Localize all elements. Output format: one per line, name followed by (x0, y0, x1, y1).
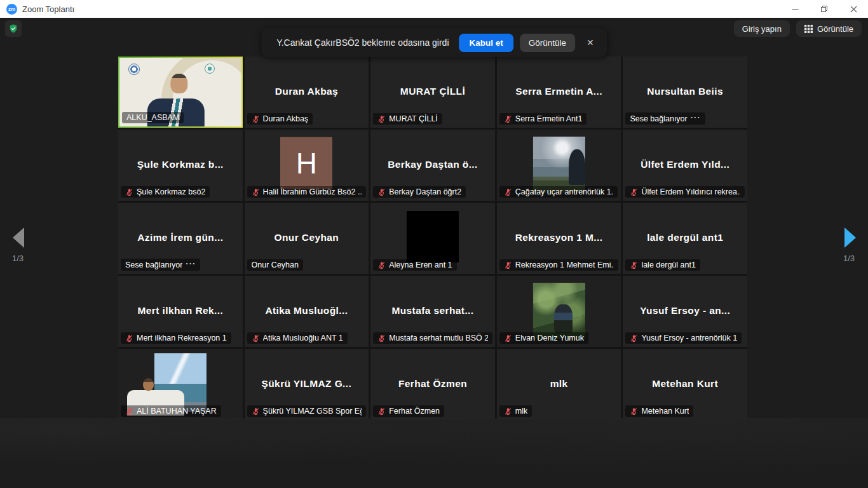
banner-view-button[interactable]: Görüntüle (520, 34, 575, 52)
participant-display-name: Metehan Kurt (623, 378, 747, 390)
participant-tile[interactable]: Aleyna Eren ant 1 (370, 203, 495, 274)
participant-display-name: mlk (497, 378, 621, 390)
participant-tile[interactable]: Çağatay uçar antrenörlük 1. (497, 130, 621, 201)
participant-name-label: Şule Korkmaz bsö2 (121, 186, 210, 198)
participant-display-name: Yusuf Ersoy - an... (623, 305, 747, 316)
participant-tile[interactable]: Mustafa serhat... Mustafa serhat mutlu B… (370, 276, 495, 347)
participant-display-name: Azime İrem gün... (118, 232, 243, 243)
mic-muted-icon (377, 407, 386, 416)
participant-label-text: lale dergül ant1 (641, 261, 695, 269)
participant-name-label: Şükrü YILMAZ GSB Spor Eğ... (247, 405, 367, 417)
participant-tile[interactable]: Yusuf Ersoy - an... Yusuf Ersoy - antren… (623, 276, 747, 347)
mic-muted-icon (252, 407, 260, 416)
participant-tile[interactable]: Şule Korkmaz b... Şule Korkmaz bsö2 (118, 130, 243, 201)
participant-tile[interactable]: ALKU_ASBAM (118, 57, 243, 128)
participant-display-name: Berkay Daştan ö... (370, 159, 495, 170)
participant-display-name: Rekreasyon 1 M... (497, 232, 621, 243)
participant-tile[interactable]: ALİ BATUHAN YAŞAR (118, 349, 243, 420)
participant-label-text: Berkay Daştan öğrt2 (389, 187, 461, 196)
participant-label-text: mlk (515, 407, 527, 416)
participant-tile[interactable]: Ferhat Özmen Ferhat Özmen (370, 349, 495, 420)
participant-display-name: Ferhat Özmen (370, 378, 495, 390)
participant-display-name: Mert ilkhan Rek... (118, 305, 243, 316)
participant-label-text: Şule Korkmaz bsö2 (137, 187, 205, 196)
top-right-actions: Giriş yapın Görüntüle (734, 20, 862, 37)
participant-name-label: Atika Musluoğlu ANT 1 (247, 332, 348, 344)
participant-tile[interactable]: lale dergül ant1 lale dergül ant1 (623, 203, 747, 274)
participant-tile[interactable]: Rekreasyon 1 M... Rekreasyon 1 Mehmet Em… (497, 203, 621, 274)
participant-name-label: Duran Akbaş (247, 113, 313, 125)
mic-muted-icon (630, 188, 638, 196)
participant-tile[interactable]: H Halil İbrahim Gürbüz Bsö2 ... (245, 130, 369, 201)
participant-tile[interactable]: Nursultan Beiis Sese bağlanıyor ··· (623, 57, 747, 128)
security-button[interactable] (5, 20, 22, 37)
banner-close-icon[interactable]: ✕ (583, 35, 598, 50)
restore-button[interactable] (810, 0, 839, 18)
participant-tile[interactable]: Şükrü YILMAZ G... Şükrü YILMAZ GSB Spor … (245, 349, 369, 420)
participant-tile[interactable]: Serra Ermetin A... Serra Ermetin Ant1 (497, 57, 621, 128)
participant-display-name: Mustafa serhat... (370, 305, 495, 316)
sign-in-label: Giriş yapın (742, 24, 782, 34)
mic-muted-icon (125, 334, 133, 342)
participant-display-name: Duran Akbaş (245, 86, 369, 97)
sign-in-button[interactable]: Giriş yapın (734, 20, 790, 37)
participant-label-text: ALKU_ASBAM (126, 113, 179, 122)
participant-display-name: Nursultan Beiis (623, 86, 747, 97)
view-button[interactable]: Görüntüle (796, 20, 862, 37)
mic-muted-icon (504, 261, 512, 269)
participant-name-label: Onur Ceyhan (247, 259, 303, 271)
meeting-area: Giriş yapın Görüntüle Y.Cankat ÇakırBSÖ2… (0, 18, 868, 488)
participant-name-label: Çağatay uçar antrenörlük 1. (499, 186, 618, 198)
mic-muted-icon (377, 188, 386, 196)
connecting-dots-icon: ··· (186, 259, 196, 268)
restore-icon (820, 5, 828, 13)
waiting-room-banner: Y.Cankat ÇakırBSÖ2 bekleme odasına girdi… (261, 28, 607, 57)
mic-muted-icon (630, 334, 638, 342)
participant-tile[interactable]: Onur Ceyhan Onur Ceyhan (245, 203, 369, 274)
mic-muted-icon (125, 407, 133, 416)
participant-label-text: Rekreasyon 1 Mehmet Emi... (515, 261, 614, 269)
participant-tile[interactable]: Azime İrem gün... Sese bağlanıyor ··· (118, 203, 243, 274)
window-title: Zoom Toplantı (22, 4, 74, 14)
participant-tile[interactable]: Metehan Kurt Metehan Kurt (623, 349, 747, 420)
participant-name-label: Ferhat Özmen (373, 405, 444, 417)
mic-muted-icon (504, 407, 512, 416)
next-page-arrow[interactable] (844, 227, 856, 248)
participant-tile[interactable]: Berkay Daştan ö... Berkay Daştan öğrt2 (370, 130, 495, 201)
participant-name-label: Yusuf Ersoy - antrenörlük 1 (625, 332, 742, 344)
participant-tile[interactable]: Duran Akbaş Duran Akbaş (245, 57, 369, 128)
mic-muted-icon (252, 188, 260, 196)
participant-display-name: Şule Korkmaz b... (118, 159, 243, 170)
participant-tile[interactable]: Atika Musluoğl... Atika Musluoğlu ANT 1 (245, 276, 369, 347)
participant-label-text: Aleyna Eren ant 1 (389, 261, 452, 269)
participant-display-name: MURAT ÇİLLİ (370, 86, 495, 97)
minimize-button[interactable] (780, 0, 810, 18)
participant-name-label: Metehan Kurt (625, 405, 693, 417)
participant-display-name: Onur Ceyhan (245, 232, 369, 243)
mic-muted-icon (504, 115, 512, 123)
participant-tile[interactable]: Elvan Deniz Yumuk (497, 276, 621, 347)
admit-button[interactable]: Kabul et (459, 34, 513, 52)
mic-muted-icon (504, 188, 512, 196)
close-window-button[interactable] (839, 0, 868, 18)
participant-tile[interactable]: Mert ilkhan Rek... Mert ilkhan Rekreasyo… (118, 276, 243, 347)
previous-page-arrow[interactable] (13, 227, 24, 248)
mic-muted-icon (377, 334, 386, 342)
mic-muted-icon (125, 188, 133, 196)
participant-name-label: Sese bağlanıyor ··· (121, 259, 200, 271)
participant-label-text: Ülfet Erdem Yıldırıcı rekrea... (641, 187, 740, 196)
grid-view-icon (804, 25, 813, 33)
participant-tile[interactable]: mlk mlk (497, 349, 621, 420)
participant-name-label: Berkay Daştan öğrt2 (373, 186, 466, 198)
participant-label-text: Çağatay uçar antrenörlük 1. (515, 187, 613, 196)
page-indicator-right: 1/3 (843, 254, 855, 263)
participant-name-label: Ülfet Erdem Yıldırıcı rekrea... (625, 186, 745, 198)
window-controls (780, 0, 868, 18)
mic-muted-icon (377, 261, 386, 269)
participant-tile[interactable]: MURAT ÇİLLİ MURAT ÇİLLİ (370, 57, 495, 128)
close-window-icon (850, 6, 857, 13)
participant-label-text: Sese bağlanıyor (630, 114, 687, 123)
participant-tile[interactable]: Ülfet Erdem Yıld... Ülfet Erdem Yıldırıc… (623, 130, 747, 201)
mic-muted-icon (504, 334, 512, 342)
participant-label-text: Duran Akbaş (263, 114, 309, 123)
